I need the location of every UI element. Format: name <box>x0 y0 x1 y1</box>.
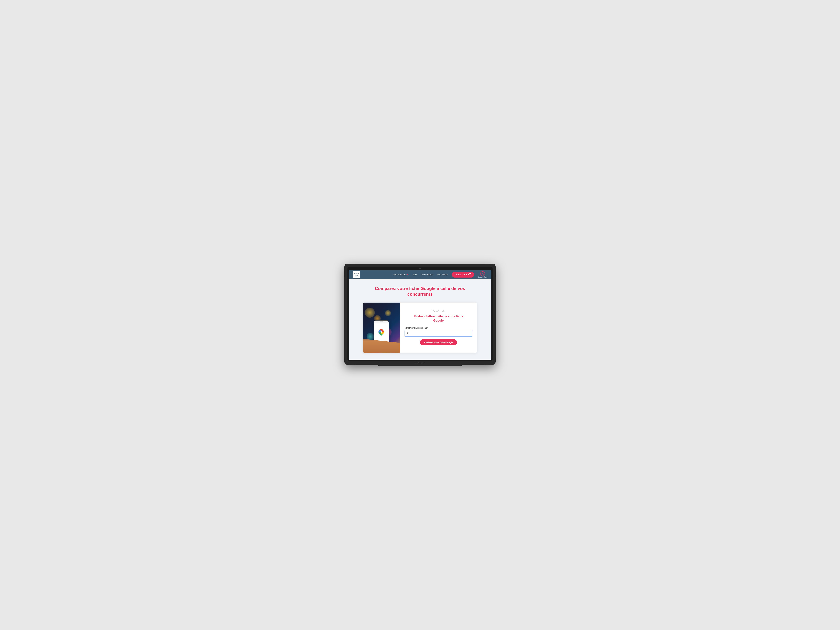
laptop-chin: MacBook Pro <box>347 361 493 365</box>
logo-text: Guest Suite <box>353 273 360 277</box>
nav-ressources-label: Ressources <box>422 273 433 276</box>
phone-image: Google <box>363 303 400 353</box>
phone-notch-area <box>374 321 388 323</box>
nav-nos-clients-label: Nos clients <box>437 273 448 276</box>
testez-outil-button[interactable]: Testez l'outil → <box>452 272 474 278</box>
analyser-button[interactable]: Analyser votre fiche Google <box>420 339 457 346</box>
arrow-icon: → <box>468 273 471 276</box>
step-indicator: Étape 1 sur 2 <box>404 310 472 312</box>
laptop-stand <box>378 365 462 366</box>
nav-ressources[interactable]: Ressources <box>422 273 433 276</box>
phone-screen-content <box>374 323 388 343</box>
laptop-screen: Guest Suite Nos Solutions Tarifs Ressour… <box>349 270 491 360</box>
content-card: Google Étape 1 sur 2 Évaluez <box>363 303 477 353</box>
bokeh-light-5 <box>366 333 374 340</box>
laptop-frame: Guest Suite Nos Solutions Tarifs Ressour… <box>344 264 496 366</box>
svg-point-0 <box>482 273 483 274</box>
laptop-body: Guest Suite Nos Solutions Tarifs Ressour… <box>344 264 496 365</box>
phone-notch <box>380 321 383 322</box>
nav-nos-solutions-label: Nos Solutions <box>393 273 407 276</box>
logo[interactable]: Guest Suite <box>353 271 360 278</box>
nav-dot-icon <box>407 274 408 275</box>
testez-outil-label: Testez l'outil <box>455 273 467 276</box>
screen-bezel: Guest Suite Nos Solutions Tarifs Ressour… <box>347 267 493 361</box>
user-icon <box>480 271 485 276</box>
logo-box: Guest Suite <box>353 271 360 278</box>
form-title: Évaluez l'attractivité de votre fiche Go… <box>404 314 472 323</box>
svg-point-11 <box>381 331 382 333</box>
espace-client-label: Espace client <box>478 276 487 278</box>
nav-tarifs-label: Tarifs <box>412 273 417 276</box>
form-section: Étape 1 sur 2 Évaluez l'attractivité de … <box>400 303 477 353</box>
page-title: Comparez votre fiche Google à celle de v… <box>359 286 481 297</box>
main-content: Comparez votre fiche Google à celle de v… <box>349 279 491 360</box>
etablissements-label: Nombre d'établissements* <box>404 327 472 329</box>
navbar: Guest Suite Nos Solutions Tarifs Ressour… <box>349 270 491 279</box>
nav-tarifs[interactable]: Tarifs <box>412 273 417 276</box>
nav-nos-clients[interactable]: Nos clients <box>437 273 448 276</box>
etablissements-field-group: Nombre d'établissements* <box>404 327 472 336</box>
laptop-model-text: MacBook Pro <box>415 362 425 364</box>
etablissements-input[interactable] <box>404 330 472 336</box>
bokeh-light-1 <box>365 308 375 318</box>
camera <box>419 268 421 269</box>
espace-client-button[interactable]: Espace client <box>478 271 487 278</box>
google-maps-pin-icon <box>379 329 384 337</box>
nav-nos-solutions[interactable]: Nos Solutions <box>393 273 408 276</box>
nav-links: Nos Solutions Tarifs Ressources Nos clie… <box>393 271 487 278</box>
bokeh-light-4 <box>385 310 391 316</box>
